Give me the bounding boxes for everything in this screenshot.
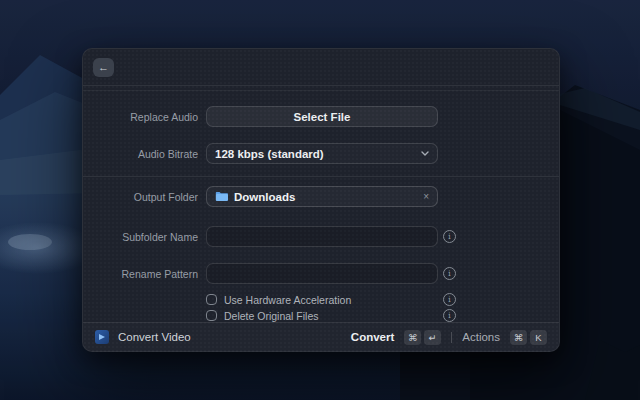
checkbox[interactable] <box>206 310 217 321</box>
chevron-down-icon <box>421 151 429 156</box>
footer-title: Convert Video <box>118 331 191 343</box>
audio-bitrate-value: 128 kbps (standard) <box>215 148 421 160</box>
replace-audio-label: Replace Audio <box>83 111 206 123</box>
rename-pattern-input[interactable] <box>206 263 438 284</box>
convert-video-app-icon <box>95 330 109 344</box>
convert-action-button[interactable]: Convert ⌘ ↵ <box>351 330 441 345</box>
checkbox-label: Delete Original Files <box>224 310 319 322</box>
return-key-icon: ↵ <box>424 330 441 345</box>
section-divider <box>83 176 559 177</box>
checkbox[interactable] <box>206 294 217 305</box>
actions-menu-button[interactable]: Actions ⌘ K <box>462 330 547 345</box>
audio-bitrate-row: Audio Bitrate 128 kbps (standard) <box>83 143 559 164</box>
info-icon[interactable]: i <box>443 230 456 243</box>
replace-audio-row: Replace Audio Select File <box>83 106 559 127</box>
back-button[interactable]: ← <box>93 58 114 77</box>
hardware-acceleration-row: Use Hardware Acceleration i <box>83 293 559 306</box>
command-key-icon: ⌘ <box>510 330 527 345</box>
info-icon[interactable]: i <box>443 309 456 322</box>
k-key-icon: K <box>530 330 547 345</box>
convert-action-label: Convert <box>351 331 394 343</box>
command-key-icon: ⌘ <box>404 330 421 345</box>
output-folder-row: Output Folder Downloads × <box>83 186 559 207</box>
subfolder-name-label: Subfolder Name <box>83 231 206 243</box>
output-folder-tag[interactable]: Downloads × <box>206 186 438 207</box>
back-arrow-icon: ← <box>98 61 109 73</box>
remove-folder-icon[interactable]: × <box>423 192 429 202</box>
output-folder-value: Downloads <box>234 191 423 203</box>
hardware-acceleration-checkbox-field[interactable]: Use Hardware Acceleration <box>206 293 438 306</box>
folder-icon <box>215 191 228 202</box>
rename-pattern-label: Rename Pattern <box>83 268 206 280</box>
footer-divider <box>451 332 452 343</box>
window-footer: Convert Video Convert ⌘ ↵ Actions ⌘ K <box>83 322 559 351</box>
delete-original-row: Delete Original Files i <box>83 309 559 322</box>
delete-original-checkbox-field[interactable]: Delete Original Files <box>206 309 438 322</box>
scroll-top-divider <box>83 90 559 91</box>
subfolder-name-row: Subfolder Name i <box>83 226 559 247</box>
info-icon[interactable]: i <box>443 267 456 280</box>
convert-video-window: ← Replace Audio Select File Audio Bitrat… <box>82 48 560 352</box>
audio-bitrate-dropdown[interactable]: 128 kbps (standard) <box>206 143 438 164</box>
info-icon[interactable]: i <box>443 293 456 306</box>
select-file-button[interactable]: Select File <box>206 106 438 127</box>
desktop: ← Replace Audio Select File Audio Bitrat… <box>0 0 640 400</box>
audio-bitrate-label: Audio Bitrate <box>83 148 206 160</box>
rename-pattern-row: Rename Pattern i <box>83 263 559 284</box>
subfolder-name-input[interactable] <box>206 226 438 247</box>
actions-label: Actions <box>462 331 500 343</box>
convert-form: Replace Audio Select File Audio Bitrate … <box>83 106 559 322</box>
window-header: ← <box>83 49 559 86</box>
checkbox-label: Use Hardware Acceleration <box>224 294 351 306</box>
output-folder-label: Output Folder <box>83 191 206 203</box>
